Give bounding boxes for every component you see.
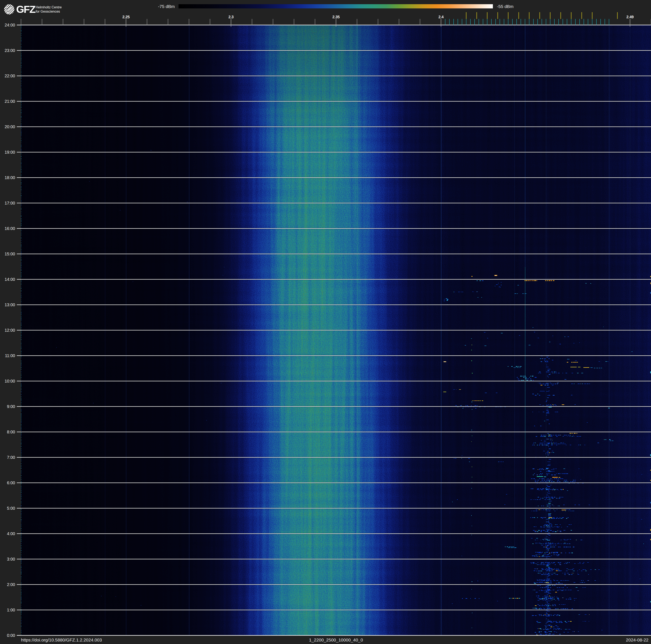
svg-text:1:00: 1:00: [7, 608, 15, 612]
svg-text:5:00: 5:00: [7, 506, 15, 510]
svg-text:15:00: 15:00: [5, 252, 15, 256]
svg-text:13:00: 13:00: [5, 302, 15, 307]
svg-text:17:00: 17:00: [5, 201, 15, 205]
svg-text:GFZ: GFZ: [16, 4, 35, 15]
svg-text:18:00: 18:00: [5, 175, 15, 180]
svg-text:https://doi.org/10.5880/GFZ.1.: https://doi.org/10.5880/GFZ.1.2.2024.003: [21, 638, 102, 642]
svg-text:19:00: 19:00: [5, 150, 15, 154]
svg-text:-55 dBm: -55 dBm: [497, 4, 514, 9]
svg-text:6:00: 6:00: [7, 480, 15, 485]
svg-text:-75 dBm: -75 dBm: [158, 4, 175, 9]
svg-text:Helmholtz Centre: Helmholtz Centre: [36, 5, 62, 9]
svg-text:1_2200_2500_10000_40_0: 1_2200_2500_10000_40_0: [309, 638, 363, 643]
svg-text:for Geosciences: for Geosciences: [36, 10, 60, 13]
svg-text:2.49: 2.49: [626, 15, 634, 19]
svg-text:0:00: 0:00: [7, 633, 15, 638]
svg-text:11:00: 11:00: [5, 353, 15, 358]
svg-text:8:00: 8:00: [7, 430, 15, 434]
svg-text:4:00: 4:00: [7, 531, 15, 536]
svg-text:24:00: 24:00: [5, 23, 15, 27]
svg-text:10:00: 10:00: [5, 379, 15, 383]
svg-text:20:00: 20:00: [5, 124, 15, 129]
svg-text:14:00: 14:00: [5, 277, 15, 282]
svg-text:22:00: 22:00: [5, 74, 15, 78]
svg-text:23:00: 23:00: [5, 48, 15, 53]
svg-text:12:00: 12:00: [5, 328, 15, 332]
svg-text:9:00: 9:00: [7, 404, 15, 409]
svg-text:3:00: 3:00: [7, 557, 15, 561]
svg-text:2:00: 2:00: [7, 582, 15, 587]
svg-text:2024-08-22: 2024-08-22: [626, 638, 649, 642]
svg-text:16:00: 16:00: [5, 226, 15, 231]
svg-text:2.4: 2.4: [438, 15, 444, 19]
svg-text:7:00: 7:00: [7, 455, 15, 460]
svg-text:21:00: 21:00: [5, 99, 15, 104]
svg-text:2.35: 2.35: [333, 15, 340, 19]
svg-text:2.25: 2.25: [122, 15, 130, 19]
svg-text:2.3: 2.3: [228, 15, 234, 19]
